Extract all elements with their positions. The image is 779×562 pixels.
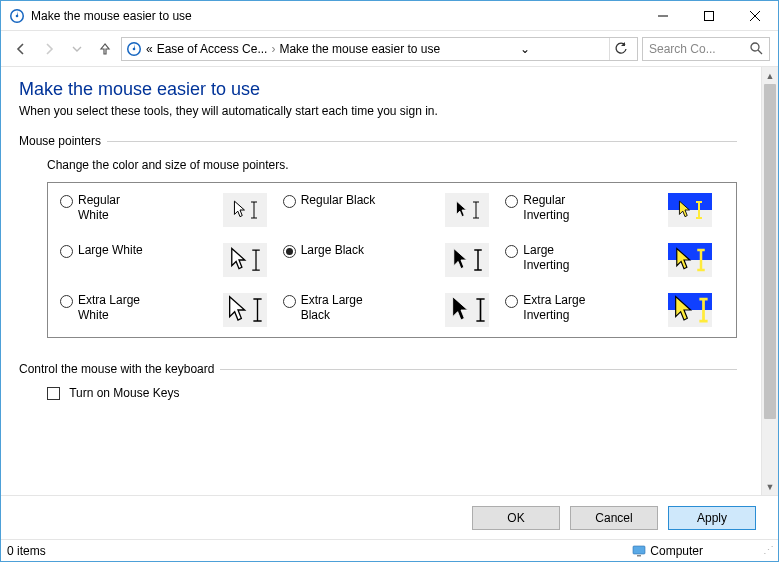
chevron-right-icon[interactable]: ›: [271, 42, 275, 56]
option-label: Extra Large Inverting: [523, 293, 599, 323]
search-placeholder: Search Co...: [649, 42, 716, 56]
svg-point-6: [133, 47, 136, 50]
option-large-white[interactable]: Large White: [58, 243, 281, 277]
divider: [107, 141, 737, 142]
search-input[interactable]: Search Co...: [642, 37, 770, 61]
ease-of-access-icon: [126, 41, 142, 57]
radio[interactable]: [283, 195, 296, 208]
radio[interactable]: [283, 245, 296, 258]
option-extra-large-white[interactable]: Extra Large White: [58, 293, 281, 327]
scroll-down-button[interactable]: ▼: [762, 478, 778, 495]
option-extra-large-black[interactable]: Extra Large Black: [281, 293, 504, 327]
resize-grip[interactable]: ⋰: [763, 544, 772, 557]
option-label: Large White: [78, 243, 154, 258]
up-button[interactable]: [93, 37, 117, 61]
navbar: « Ease of Access Ce... › Make the mouse …: [1, 31, 778, 67]
cursor-preview: [445, 193, 489, 227]
cursor-preview: [668, 193, 712, 227]
breadcrumb-seg2[interactable]: Make the mouse easier to use: [279, 42, 440, 56]
refresh-button[interactable]: [609, 38, 633, 60]
group-title: Control the mouse with the keyboard: [19, 362, 214, 376]
breadcrumb-prefix: «: [146, 42, 153, 56]
cursor-preview: [668, 293, 712, 327]
option-label: Regular Black: [301, 193, 377, 208]
close-button[interactable]: [732, 1, 778, 31]
search-icon: [750, 42, 763, 55]
dialog-footer: OK Cancel Apply: [1, 495, 778, 539]
option-label: Large Black: [301, 243, 377, 258]
group-keyboard-mouse: Control the mouse with the keyboard: [19, 362, 737, 376]
radio[interactable]: [60, 245, 73, 258]
option-label: Extra Large White: [78, 293, 154, 323]
computer-icon: [632, 545, 646, 557]
checkbox-mouse-keys[interactable]: [47, 387, 60, 400]
option-label: Large Inverting: [523, 243, 599, 273]
recent-dropdown[interactable]: [65, 37, 89, 61]
forward-button[interactable]: [37, 37, 61, 61]
cursor-preview: [668, 243, 712, 277]
svg-rect-9: [637, 555, 641, 557]
scroll-track[interactable]: [762, 84, 778, 478]
option-regular-white[interactable]: Regular White: [58, 193, 281, 227]
cancel-button[interactable]: Cancel: [570, 506, 658, 530]
ok-button[interactable]: OK: [472, 506, 560, 530]
address-bar[interactable]: « Ease of Access Ce... › Make the mouse …: [121, 37, 638, 61]
minimize-button[interactable]: [640, 1, 686, 31]
group-desc: Change the color and size of mouse point…: [47, 158, 737, 172]
group-title: Mouse pointers: [19, 134, 101, 148]
radio[interactable]: [505, 245, 518, 258]
radio[interactable]: [283, 295, 296, 308]
maximize-button[interactable]: [686, 1, 732, 31]
cursor-preview: [223, 193, 267, 227]
checkbox-label: Turn on Mouse Keys: [69, 386, 179, 400]
vertical-scrollbar[interactable]: ▲ ▼: [761, 67, 778, 495]
status-items: 0 items: [7, 544, 46, 558]
status-location: Computer: [650, 544, 703, 558]
radio[interactable]: [60, 295, 73, 308]
option-large-black[interactable]: Large Black: [281, 243, 504, 277]
mouse-keys-row[interactable]: Turn on Mouse Keys: [47, 386, 737, 400]
svg-rect-8: [633, 546, 645, 554]
content-area: Make the mouse easier to use When you se…: [1, 67, 761, 495]
option-label: Regular White: [78, 193, 154, 223]
radio[interactable]: [60, 195, 73, 208]
page-subheading: When you select these tools, they will a…: [19, 104, 737, 118]
group-mouse-pointers: Mouse pointers: [19, 134, 737, 148]
option-label: Extra Large Black: [301, 293, 377, 323]
pointer-options-box: Regular White Regular Black: [47, 182, 737, 338]
back-button[interactable]: [9, 37, 33, 61]
page-heading: Make the mouse easier to use: [19, 79, 737, 100]
apply-button[interactable]: Apply: [668, 506, 756, 530]
titlebar: Make the mouse easier to use: [1, 1, 778, 31]
cursor-preview: [223, 293, 267, 327]
option-label: Regular Inverting: [523, 193, 599, 223]
svg-point-2: [16, 14, 19, 17]
divider: [220, 369, 737, 370]
cursor-preview: [445, 293, 489, 327]
cursor-preview: [223, 243, 267, 277]
status-bar: 0 items Computer ⋰: [1, 539, 778, 561]
cursor-preview: [445, 243, 489, 277]
radio[interactable]: [505, 295, 518, 308]
svg-point-7: [751, 43, 759, 51]
ease-of-access-icon: [9, 8, 25, 24]
option-large-inverting[interactable]: Large Inverting: [503, 243, 726, 277]
address-dropdown[interactable]: ⌄: [520, 42, 530, 56]
breadcrumb-seg1[interactable]: Ease of Access Ce...: [157, 42, 268, 56]
svg-rect-3: [705, 11, 714, 20]
option-regular-black[interactable]: Regular Black: [281, 193, 504, 227]
scroll-up-button[interactable]: ▲: [762, 67, 778, 84]
radio[interactable]: [505, 195, 518, 208]
option-extra-large-inverting[interactable]: Extra Large Inverting: [503, 293, 726, 327]
option-regular-inverting[interactable]: Regular Inverting: [503, 193, 726, 227]
scroll-thumb[interactable]: [764, 84, 776, 419]
window-title: Make the mouse easier to use: [31, 9, 640, 23]
